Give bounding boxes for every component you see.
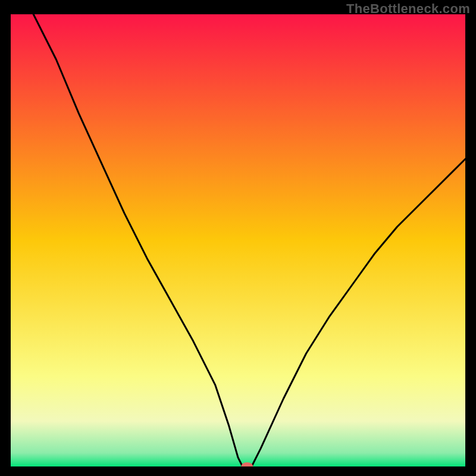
chart-svg <box>11 14 465 466</box>
chart-frame: TheBottleneck.com <box>0 0 476 476</box>
chart-background <box>11 14 465 466</box>
chart-plot <box>11 14 465 466</box>
